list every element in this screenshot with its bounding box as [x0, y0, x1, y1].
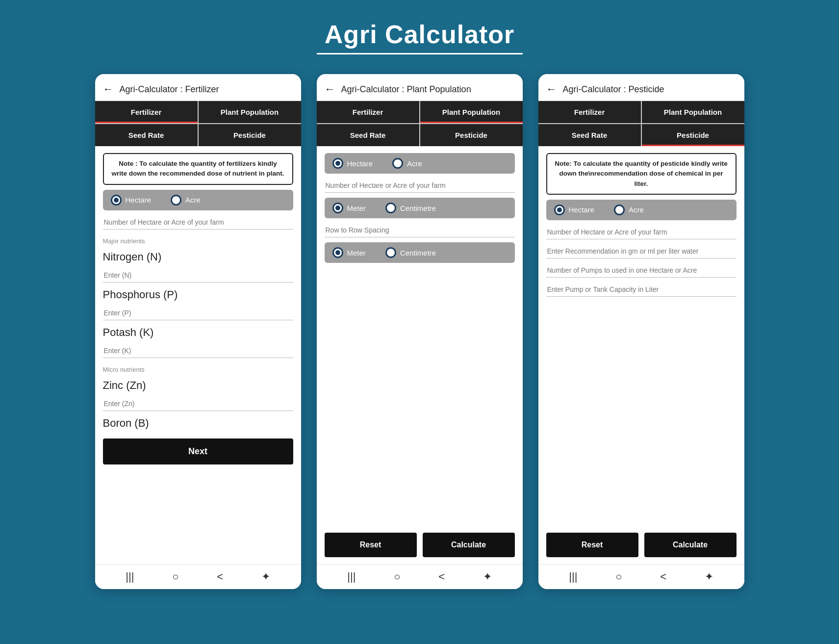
home-icon[interactable]: ○ [172, 570, 178, 583]
tab2-seed-rate[interactable]: Seed Rate [317, 124, 419, 146]
hectare-label: Hectare [126, 196, 152, 204]
plant-pop-header-title: Agri-Calculator : Plant Population [341, 84, 471, 95]
plant-meter-label: Meter [347, 249, 366, 257]
back-arrow-icon[interactable]: ← [103, 83, 114, 96]
pp-hectare-option[interactable]: Hectare [332, 158, 373, 169]
pesticide-body: Note: To calculate the quantity of pesti… [538, 146, 744, 564]
nitrogen-label: Nitrogen (N) [103, 251, 293, 263]
tab2-plant-population[interactable]: Plant Population [420, 101, 523, 123]
pp-acre-radio[interactable] [392, 158, 403, 169]
potash-label: Potash (K) [103, 326, 293, 339]
tab2-pesticide[interactable]: Pesticide [420, 124, 523, 146]
plant-pop-footer: ||| ○ < ✦ [317, 564, 523, 589]
pest-reset-button[interactable]: Reset [546, 533, 638, 557]
plant-pop-tabs: Fertilizer Plant Population Seed Rate Pe… [317, 101, 523, 146]
pp-hectare-radio[interactable] [332, 158, 343, 169]
pest-acre-radio[interactable] [614, 205, 625, 215]
back-arrow-icon-3[interactable]: ← [546, 83, 557, 96]
plant-pop-unit-row: Hectare Acre [325, 153, 515, 174]
pest-acre-option[interactable]: Acre [614, 205, 644, 215]
recommendation-input[interactable] [546, 244, 737, 258]
plant-meter-option[interactable]: Meter [332, 247, 366, 258]
plant-centimetre-option[interactable]: Centimetre [385, 247, 436, 258]
tab-fertilizer[interactable]: Fertilizer [95, 101, 198, 123]
phosphorus-input[interactable] [103, 306, 293, 320]
pp-acre-option[interactable]: Acre [392, 158, 422, 169]
fertilizer-unit-row: Hectare Acre [103, 190, 293, 210]
tab2-fertilizer[interactable]: Fertilizer [317, 101, 419, 123]
meter-option[interactable]: Meter [332, 203, 366, 213]
pest-hectare-radio[interactable] [554, 205, 565, 215]
tab3-seed-rate[interactable]: Seed Rate [538, 124, 641, 146]
plant-centimetre-radio[interactable] [385, 247, 396, 258]
phosphorus-label: Phosphorus (P) [103, 288, 293, 301]
farm-area-input[interactable] [103, 215, 293, 230]
pest-home-icon[interactable]: ○ [615, 570, 622, 583]
row-spacing-unit-row: Meter Centimetre [325, 198, 515, 218]
fertilizer-footer: ||| ○ < ✦ [95, 564, 301, 589]
potash-input[interactable] [103, 344, 293, 358]
tab-seed-rate[interactable]: Seed Rate [95, 124, 198, 146]
pest-hectare-option[interactable]: Hectare [554, 205, 595, 215]
pest-hectare-label: Hectare [569, 206, 595, 214]
menu-icon[interactable]: ||| [126, 570, 134, 583]
app-title: Agri Calculator [325, 20, 515, 49]
row-spacing-input[interactable] [325, 223, 515, 237]
fertilizer-screen: ← Agri-Calculator : Fertilizer Fertilize… [95, 74, 301, 589]
title-underline [317, 53, 523, 54]
centimetre-radio[interactable] [385, 203, 396, 213]
pp-reset-button[interactable]: Reset [325, 533, 417, 557]
plant-centimetre-label: Centimetre [400, 249, 436, 257]
acre-label: Acre [185, 196, 201, 204]
tab-plant-population[interactable]: Plant Population [199, 101, 301, 123]
acre-radio[interactable] [171, 195, 181, 206]
pest-farm-area-input[interactable] [546, 225, 737, 239]
pesticide-header: ← Agri-Calculator : Pesticide [538, 74, 744, 101]
acre-option[interactable]: Acre [171, 195, 201, 206]
tab3-pesticide[interactable]: Pesticide [642, 124, 744, 146]
zinc-label: Zinc (Zn) [103, 379, 293, 392]
meter-radio[interactable] [332, 203, 343, 213]
pp-calculate-button[interactable]: Calculate [423, 533, 515, 557]
hectare-option[interactable]: Hectare [111, 195, 152, 206]
back-icon[interactable]: < [217, 570, 223, 583]
pp-menu-icon[interactable]: ||| [347, 570, 356, 583]
plant-spacing-unit-row: Meter Centimetre [325, 242, 515, 263]
screens-row: ← Agri-Calculator : Fertilizer Fertilize… [20, 74, 819, 589]
pest-menu-icon[interactable]: ||| [569, 570, 577, 583]
fertilizer-note: Note : To calculate the quantity of fert… [103, 153, 293, 185]
pp-hectare-label: Hectare [347, 159, 373, 168]
hectare-radio[interactable] [111, 195, 122, 206]
zinc-input[interactable] [103, 397, 293, 411]
pp-farm-area-input[interactable] [325, 179, 515, 193]
pesticide-unit-row: Hectare Acre [546, 200, 737, 220]
plant-meter-radio[interactable] [332, 247, 343, 258]
plant-population-screen: ← Agri-Calculator : Plant Population Fer… [317, 74, 523, 589]
fertilizer-header: ← Agri-Calculator : Fertilizer [95, 74, 301, 101]
pp-back-icon[interactable]: < [438, 570, 445, 583]
tab3-fertilizer[interactable]: Fertilizer [538, 101, 641, 123]
pest-calculate-button[interactable]: Calculate [644, 533, 737, 557]
pp-home-icon[interactable]: ○ [394, 570, 400, 583]
pest-person-icon[interactable]: ✦ [705, 570, 713, 583]
micro-nutrients-label: Micro nutrients [103, 366, 293, 373]
next-button[interactable]: Next [103, 438, 293, 464]
pesticide-btn-row: Reset Calculate [546, 533, 737, 557]
pp-person-icon[interactable]: ✦ [483, 570, 492, 583]
plant-pop-btn-row: Reset Calculate [325, 533, 515, 557]
pumps-input[interactable] [546, 263, 737, 278]
pesticide-note: Note: To calculate the quantity of pesti… [546, 153, 737, 195]
centimetre-option[interactable]: Centimetre [385, 203, 436, 213]
nitrogen-input[interactable] [103, 268, 293, 283]
tab3-plant-population[interactable]: Plant Population [642, 101, 744, 123]
pest-acre-label: Acre [629, 206, 644, 214]
plant-pop-header: ← Agri-Calculator : Plant Population [317, 74, 523, 101]
person-icon[interactable]: ✦ [261, 570, 270, 583]
tank-capacity-input[interactable] [546, 283, 737, 297]
fertilizer-body: Note : To calculate the quantity of fert… [95, 146, 301, 564]
tab-pesticide[interactable]: Pesticide [199, 124, 301, 146]
plant-pop-body: Hectare Acre Meter Centimetre [317, 146, 523, 564]
pesticide-footer: ||| ○ < ✦ [538, 564, 744, 589]
pest-back-icon[interactable]: < [660, 570, 666, 583]
back-arrow-icon-2[interactable]: ← [325, 83, 335, 96]
